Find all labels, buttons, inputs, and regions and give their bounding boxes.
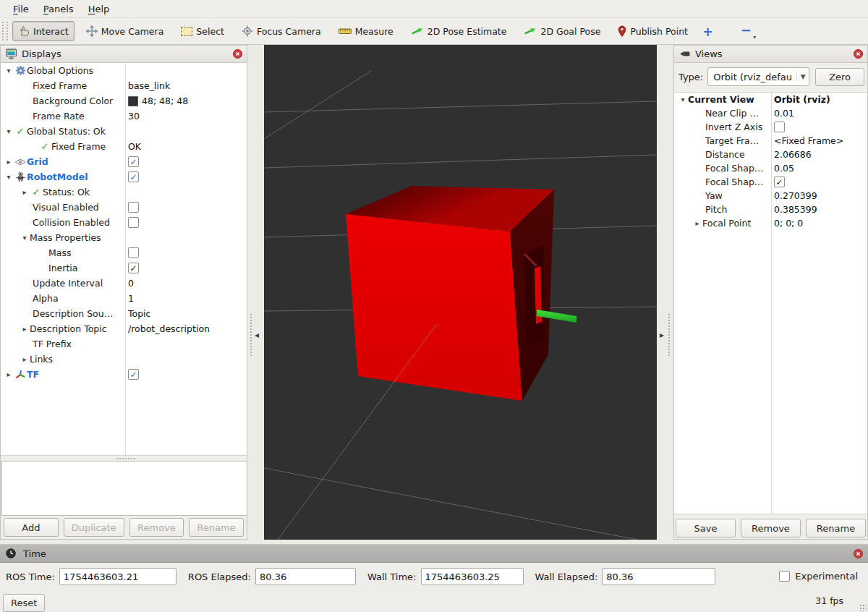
property-value[interactable]: 48; 48; 48	[128, 95, 188, 106]
views-close-button[interactable]	[852, 48, 864, 60]
wall-elapsed-input[interactable]	[602, 568, 715, 585]
property-value[interactable]: /robot_description	[128, 323, 210, 334]
ros-elapsed-input[interactable]	[255, 568, 356, 585]
expander-closed-icon[interactable]: ▸	[4, 158, 14, 166]
resize-grip[interactable]	[859, 604, 867, 611]
tree-row[interactable]: ▸Focal Point0; 0; 0	[674, 216, 867, 230]
property-checkbox[interactable]	[128, 202, 139, 213]
property-checkbox[interactable]: ✓	[128, 156, 139, 167]
tree-row[interactable]: ▾Mass Properties	[1, 230, 247, 245]
reset-button[interactable]: Reset	[3, 594, 45, 612]
tree-row[interactable]: ▸Grid✓	[1, 154, 247, 169]
property-value[interactable]: 0.270399	[774, 190, 817, 201]
property-checkbox[interactable]: ✓	[128, 369, 139, 380]
tree-row[interactable]: ▸✓Status: Ok	[1, 184, 247, 200]
property-value[interactable]: ✓	[128, 369, 139, 380]
tree-row[interactable]: ▾Current ViewOrbit (rviz)	[674, 93, 867, 106]
tree-row[interactable]: Collision Enabled	[1, 215, 247, 230]
tool-2d-goal-pose[interactable]: 2D Goal Pose	[518, 21, 606, 41]
property-value[interactable]: ✓	[774, 177, 785, 187]
tree-row[interactable]: ▸Description Topic/robot_description	[1, 321, 247, 336]
property-value[interactable]: 0.01	[774, 108, 794, 119]
tree-row[interactable]: Focal Shap…0.05	[674, 161, 867, 175]
tool-measure[interactable]: Measure	[333, 22, 399, 41]
wall-time-input[interactable]	[421, 568, 524, 585]
displays-close-button[interactable]	[231, 48, 243, 60]
expander-open-icon[interactable]: ▾	[4, 173, 14, 181]
property-value[interactable]: Topic	[128, 308, 150, 319]
left-splitter[interactable]: ◂	[248, 45, 264, 540]
tree-row[interactable]: ▾RobotModel✓	[1, 169, 247, 184]
property-value[interactable]: Orbit (rviz)	[774, 94, 830, 105]
expander-open-icon[interactable]: ▾	[4, 67, 14, 75]
expander-closed-icon[interactable]: ▸	[20, 325, 30, 333]
toolbar-grip[interactable]	[2, 22, 8, 41]
tree-row[interactable]: Distance2.06686	[674, 148, 867, 161]
menu-item-panels[interactable]: Panels	[36, 2, 81, 16]
property-value[interactable]: 2.06686	[774, 149, 812, 160]
save-button[interactable]: Save	[676, 519, 736, 537]
tree-row[interactable]: Update Interval0	[1, 276, 247, 291]
displays-panel-header[interactable]: Displays	[1, 46, 247, 63]
3d-viewport[interactable]	[264, 45, 657, 540]
tree-row[interactable]: Mass	[1, 245, 247, 260]
splitter-grip[interactable]	[250, 314, 252, 356]
property-value[interactable]: 1	[128, 293, 134, 304]
property-value[interactable]	[128, 247, 139, 258]
add-button[interactable]: Add	[4, 518, 59, 537]
tree-row[interactable]: TF Prefix	[1, 336, 247, 352]
tree-row[interactable]: Near Clip …0.01	[674, 106, 867, 120]
remove-tool-caret-icon[interactable]: ▾	[753, 34, 756, 41]
property-value[interactable]	[128, 202, 139, 213]
property-value[interactable]: ✓	[128, 171, 139, 182]
remove-button[interactable]: Remove	[741, 519, 801, 537]
tree-row[interactable]: Inertia✓	[1, 260, 247, 276]
tool-2d-pose-estimate[interactable]: 2D Pose Estimate	[405, 21, 513, 41]
tree-row[interactable]: ▸TF✓	[1, 367, 247, 382]
menu-item-help[interactable]: Help	[81, 2, 117, 16]
expander-closed-icon[interactable]: ▸	[4, 370, 14, 378]
tree-row[interactable]: Visual Enabled	[1, 200, 247, 215]
splitter-grip[interactable]	[668, 314, 671, 356]
time-close-button[interactable]	[852, 548, 864, 559]
tree-row[interactable]: Description Sou…Topic	[1, 306, 247, 321]
add-tool-button[interactable]: +	[702, 24, 713, 39]
property-checkbox[interactable]	[774, 122, 785, 132]
tool-select[interactable]: Select	[175, 22, 230, 41]
property-value[interactable]: 30	[128, 111, 140, 122]
collapse-left-icon[interactable]: ◂	[255, 330, 259, 340]
property-value[interactable]	[774, 122, 785, 132]
tree-row[interactable]: Alpha1	[1, 291, 247, 306]
tree-row[interactable]: Invert Z Axis	[674, 120, 867, 134]
tree-row[interactable]: Target Fra…<Fixed Frame>	[674, 134, 867, 148]
collapse-right-icon[interactable]: ▸	[660, 330, 664, 340]
tree-row[interactable]: ✓Fixed FrameOK	[1, 139, 247, 154]
tree-row[interactable]: Yaw0.270399	[674, 189, 867, 203]
property-checkbox[interactable]	[128, 247, 139, 258]
property-value[interactable]: 0	[128, 278, 134, 289]
rename-button[interactable]: Rename	[806, 519, 866, 537]
property-checkbox[interactable]: ✓	[774, 177, 785, 187]
views-panel-header[interactable]: Views	[674, 46, 867, 63]
property-value[interactable]: ✓	[128, 156, 139, 167]
expander-closed-icon[interactable]: ▸	[20, 355, 30, 363]
property-value[interactable]: 0.05	[774, 163, 794, 174]
property-value[interactable]: 0.385399	[774, 204, 817, 215]
expander-closed-icon[interactable]: ▸	[692, 219, 702, 227]
property-value[interactable]: 0; 0; 0	[774, 218, 803, 229]
experimental-checkbox[interactable]	[779, 571, 790, 582]
tool-focus-camera[interactable]: Focus Camera	[236, 21, 327, 41]
tree-row[interactable]: Pitch0.385399	[674, 203, 867, 216]
view-type-dropdown[interactable]: Orbit (rviz_defau ▼	[707, 67, 809, 86]
tree-row[interactable]: Background Color48; 48; 48	[1, 93, 247, 109]
tree-row[interactable]: Focal Shap…✓	[674, 175, 867, 189]
right-splitter[interactable]: ▸	[658, 45, 673, 540]
tree-row[interactable]: ▾✓Global Status: Ok	[1, 124, 247, 139]
tree-row[interactable]: ▾Global Options	[1, 63, 247, 78]
menu-item-file[interactable]: File	[6, 2, 36, 16]
time-panel-header[interactable]: Time	[0, 545, 868, 563]
property-checkbox[interactable]: ✓	[128, 171, 139, 182]
property-value[interactable]: ✓	[128, 263, 139, 273]
ros-time-input[interactable]	[59, 568, 176, 585]
property-value[interactable]	[128, 217, 139, 228]
